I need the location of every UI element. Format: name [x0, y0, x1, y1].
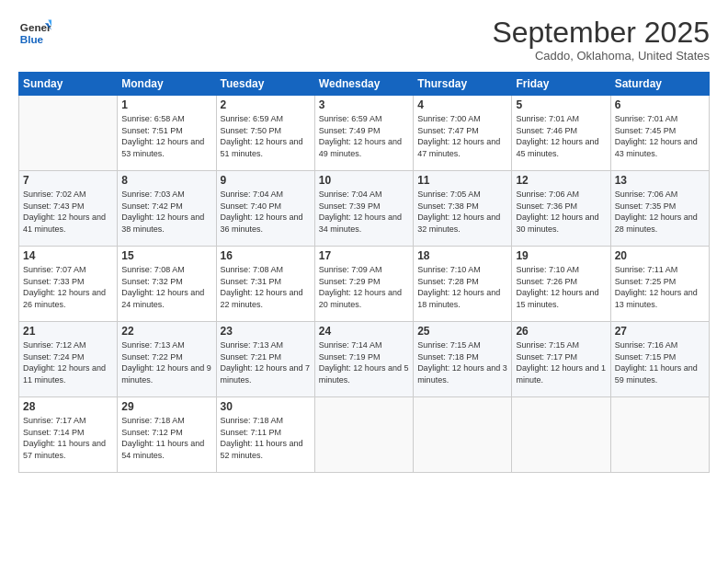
cell-daylight: Daylight: 12 hours and 1 minute. — [516, 362, 606, 385]
day-number: 28 — [23, 400, 113, 413]
cell-sunset: Sunset: 7:32 PM — [121, 276, 211, 288]
calendar-cell: 17 Sunrise: 7:09 AM Sunset: 7:29 PM Dayl… — [314, 247, 413, 322]
calendar-cell: 4 Sunrise: 7:00 AM Sunset: 7:47 PM Dayli… — [414, 96, 512, 171]
svg-text:General: General — [20, 21, 51, 33]
calendar-cell: 8 Sunrise: 7:03 AM Sunset: 7:42 PM Dayli… — [118, 171, 216, 247]
day-number: 13 — [615, 174, 705, 187]
cell-sunrise: Sunrise: 7:18 AM — [121, 415, 211, 427]
calendar-table: Sunday Monday Tuesday Wednesday Thursday… — [18, 72, 710, 473]
header-saturday: Saturday — [610, 73, 709, 96]
calendar-cell: 3 Sunrise: 6:59 AM Sunset: 7:49 PM Dayli… — [314, 96, 413, 171]
cell-sunset: Sunset: 7:33 PM — [23, 276, 113, 288]
cell-sunset: Sunset: 7:14 PM — [23, 427, 113, 439]
cell-daylight: Daylight: 12 hours and 20 minutes. — [319, 287, 409, 310]
calendar-cell: 9 Sunrise: 7:04 AM Sunset: 7:40 PM Dayli… — [216, 171, 314, 247]
cell-sunrise: Sunrise: 7:15 AM — [516, 339, 606, 351]
day-number: 11 — [417, 174, 507, 187]
calendar-cell: 6 Sunrise: 7:01 AM Sunset: 7:45 PM Dayli… — [610, 96, 709, 171]
header-tuesday: Tuesday — [216, 73, 314, 96]
cell-sunset: Sunset: 7:24 PM — [23, 351, 113, 363]
cell-sunset: Sunset: 7:47 PM — [417, 125, 507, 137]
day-number: 30 — [221, 400, 311, 413]
calendar-cell: 23 Sunrise: 7:13 AM Sunset: 7:21 PM Dayl… — [216, 322, 314, 397]
day-number: 27 — [615, 325, 705, 338]
header-sunday: Sunday — [19, 73, 118, 96]
cell-sunset: Sunset: 7:40 PM — [221, 201, 311, 213]
header-monday: Monday — [118, 73, 216, 96]
calendar-cell: 11 Sunrise: 7:05 AM Sunset: 7:38 PM Dayl… — [414, 171, 512, 247]
cell-daylight: Daylight: 12 hours and 34 minutes. — [319, 212, 409, 235]
calendar-cell: 18 Sunrise: 7:10 AM Sunset: 7:28 PM Dayl… — [414, 247, 512, 322]
cell-sunset: Sunset: 7:22 PM — [121, 351, 211, 363]
cell-sunrise: Sunrise: 7:08 AM — [221, 264, 311, 276]
cell-sunrise: Sunrise: 7:10 AM — [417, 264, 507, 276]
cell-sunset: Sunset: 7:42 PM — [121, 201, 211, 213]
calendar-cell: 27 Sunrise: 7:16 AM Sunset: 7:15 PM Dayl… — [610, 322, 709, 397]
cell-sunset: Sunset: 7:31 PM — [221, 276, 311, 288]
calendar-cell: 25 Sunrise: 7:15 AM Sunset: 7:18 PM Dayl… — [414, 322, 512, 397]
cell-sunset: Sunset: 7:11 PM — [221, 427, 311, 439]
calendar-cell: 14 Sunrise: 7:07 AM Sunset: 7:33 PM Dayl… — [19, 247, 118, 322]
cell-sunset: Sunset: 7:36 PM — [516, 201, 606, 213]
calendar-week-row: 7 Sunrise: 7:02 AM Sunset: 7:43 PM Dayli… — [19, 171, 710, 247]
calendar-cell: 21 Sunrise: 7:12 AM Sunset: 7:24 PM Dayl… — [19, 322, 118, 397]
calendar-cell: 28 Sunrise: 7:17 AM Sunset: 7:14 PM Dayl… — [19, 397, 118, 473]
calendar-cell: 22 Sunrise: 7:13 AM Sunset: 7:22 PM Dayl… — [118, 322, 216, 397]
calendar-cell: 12 Sunrise: 7:06 AM Sunset: 7:36 PM Dayl… — [512, 171, 610, 247]
day-number: 19 — [516, 249, 606, 262]
cell-sunrise: Sunrise: 7:03 AM — [121, 189, 211, 201]
cell-sunrise: Sunrise: 7:12 AM — [23, 339, 113, 351]
header-friday: Friday — [512, 73, 610, 96]
weekday-header-row: Sunday Monday Tuesday Wednesday Thursday… — [19, 73, 710, 96]
cell-sunset: Sunset: 7:46 PM — [516, 125, 606, 137]
day-number: 26 — [516, 325, 606, 338]
cell-sunrise: Sunrise: 7:06 AM — [516, 189, 606, 201]
day-number: 18 — [417, 249, 507, 262]
cell-daylight: Daylight: 12 hours and 41 minutes. — [23, 212, 113, 235]
cell-daylight: Daylight: 12 hours and 47 minutes. — [417, 136, 507, 159]
cell-daylight: Daylight: 12 hours and 53 minutes. — [121, 136, 211, 159]
cell-daylight: Daylight: 12 hours and 18 minutes. — [417, 287, 507, 310]
calendar-cell — [314, 397, 413, 473]
day-number: 20 — [615, 249, 705, 262]
svg-text:Blue: Blue — [20, 33, 44, 45]
calendar-cell: 26 Sunrise: 7:15 AM Sunset: 7:17 PM Dayl… — [512, 322, 610, 397]
cell-daylight: Daylight: 12 hours and 26 minutes. — [23, 287, 113, 310]
header-thursday: Thursday — [414, 73, 512, 96]
day-number: 29 — [121, 400, 211, 413]
cell-daylight: Daylight: 12 hours and 5 minutes. — [319, 362, 409, 385]
cell-daylight: Daylight: 12 hours and 3 minutes. — [417, 362, 507, 385]
cell-daylight: Daylight: 11 hours and 52 minutes. — [221, 438, 311, 461]
cell-daylight: Daylight: 12 hours and 24 minutes. — [121, 287, 211, 310]
calendar-cell: 16 Sunrise: 7:08 AM Sunset: 7:31 PM Dayl… — [216, 247, 314, 322]
cell-sunset: Sunset: 7:29 PM — [319, 276, 409, 288]
cell-sunrise: Sunrise: 6:58 AM — [121, 113, 211, 125]
location: Caddo, Oklahoma, United States — [492, 49, 710, 63]
cell-daylight: Daylight: 12 hours and 38 minutes. — [121, 212, 211, 235]
day-number: 21 — [23, 325, 113, 338]
cell-sunset: Sunset: 7:45 PM — [615, 125, 705, 137]
day-number: 5 — [516, 98, 606, 111]
cell-daylight: Daylight: 12 hours and 36 minutes. — [221, 212, 311, 235]
day-number: 24 — [319, 325, 409, 338]
calendar-cell — [512, 397, 610, 473]
cell-daylight: Daylight: 11 hours and 57 minutes. — [23, 438, 113, 461]
cell-sunrise: Sunrise: 6:59 AM — [221, 113, 311, 125]
day-number: 2 — [221, 98, 311, 111]
day-number: 8 — [121, 174, 211, 187]
cell-sunset: Sunset: 7:18 PM — [417, 351, 507, 363]
header: General Blue September 2025 Caddo, Oklah… — [18, 17, 710, 63]
cell-daylight: Daylight: 12 hours and 15 minutes. — [516, 287, 606, 310]
cell-sunrise: Sunrise: 7:02 AM — [23, 189, 113, 201]
cell-sunset: Sunset: 7:51 PM — [121, 125, 211, 137]
cell-sunrise: Sunrise: 7:00 AM — [417, 113, 507, 125]
calendar-cell: 20 Sunrise: 7:11 AM Sunset: 7:25 PM Dayl… — [610, 247, 709, 322]
cell-daylight: Daylight: 12 hours and 13 minutes. — [615, 287, 705, 310]
cell-sunset: Sunset: 7:38 PM — [417, 201, 507, 213]
calendar-cell: 30 Sunrise: 7:18 AM Sunset: 7:11 PM Dayl… — [216, 397, 314, 473]
calendar-cell: 19 Sunrise: 7:10 AM Sunset: 7:26 PM Dayl… — [512, 247, 610, 322]
cell-sunrise: Sunrise: 7:06 AM — [615, 189, 705, 201]
cell-sunrise: Sunrise: 7:01 AM — [615, 113, 705, 125]
cell-sunset: Sunset: 7:19 PM — [319, 351, 409, 363]
cell-sunset: Sunset: 7:49 PM — [319, 125, 409, 137]
